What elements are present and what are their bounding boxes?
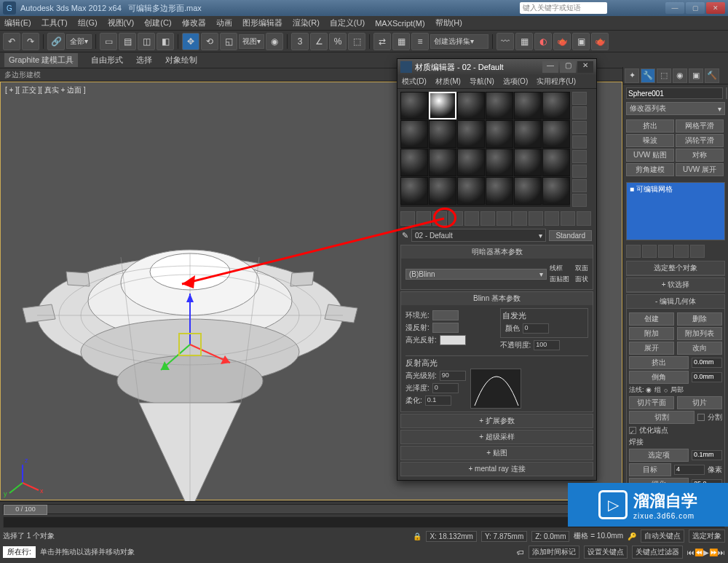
mat-slot[interactable] <box>514 92 542 119</box>
mat-slot[interactable] <box>400 120 428 148</box>
mat-slot[interactable] <box>457 92 485 119</box>
ambient-swatch[interactable] <box>432 310 459 320</box>
mat-slot[interactable] <box>457 149 485 176</box>
align-button[interactable]: ▦ <box>392 33 410 50</box>
keyfilter-button[interactable]: 关键点过滤器 <box>632 546 683 559</box>
mat-slot[interactable] <box>457 177 485 205</box>
put-to-library-button[interactable] <box>496 211 511 226</box>
go-parent-button[interactable] <box>561 211 575 226</box>
x-coord[interactable]: X: 18.132mm <box>426 531 476 542</box>
supersample-rollout[interactable]: + 超级采样 <box>401 430 593 444</box>
display-tab[interactable]: ▣ <box>689 68 703 83</box>
mat-menu-util[interactable]: 实用程序(U) <box>537 76 576 87</box>
menu-edit[interactable]: 编辑(E) <box>4 17 31 28</box>
mat-menu-nav[interactable]: 导航(N) <box>470 76 494 87</box>
mat-slot[interactable] <box>542 149 570 176</box>
spec-level-spinner[interactable]: 90 <box>440 371 466 381</box>
menu-group[interactable]: 组(G) <box>78 17 98 28</box>
sample-type-button[interactable] <box>572 92 587 105</box>
mat-slot[interactable] <box>486 149 513 176</box>
extended-rollout[interactable]: + 扩展参数 <box>401 414 593 428</box>
create-tab[interactable]: ✦ <box>625 68 639 83</box>
z-coord[interactable]: Z: 0.0mm <box>531 531 569 542</box>
graphite-tab-paint[interactable]: 对象绘制 <box>165 55 197 66</box>
assign-to-selection-button[interactable] <box>432 211 447 226</box>
mat-slot[interactable] <box>542 177 570 205</box>
menu-tools[interactable]: 工具(T) <box>41 17 68 28</box>
selection-filter-dropdown[interactable]: 全部 ▾ <box>66 34 92 49</box>
graphite-tab-select[interactable]: 选择 <box>136 55 152 66</box>
menu-graph[interactable]: 图形编辑器 <box>242 17 282 28</box>
setkey-button[interactable]: 设置关键点 <box>584 546 628 559</box>
split-check[interactable] <box>697 414 705 421</box>
utilities-tab[interactable]: 🔨 <box>705 68 719 83</box>
softsel-rollout[interactable]: + 软选择 <box>627 278 724 292</box>
maximize-button[interactable]: ▢ <box>686 2 705 14</box>
menu-help[interactable]: 帮助(H) <box>435 17 462 28</box>
schematic-button[interactable]: ▦ <box>515 33 533 50</box>
reset-map-button[interactable] <box>448 211 463 226</box>
spinner-snap-button[interactable]: ⬚ <box>348 33 365 50</box>
object-color-swatch[interactable] <box>726 87 727 99</box>
material-name-dropdown[interactable]: 02 - Default▾ <box>411 229 546 242</box>
y-coord[interactable]: Y: 7.875mm <box>481 531 527 542</box>
shader-rollout-header[interactable]: 明暗器基本参数 <box>401 245 593 259</box>
center-button[interactable]: ◉ <box>266 33 283 50</box>
mat-menu-material[interactable]: 材质(M) <box>435 76 461 87</box>
bevel-spin[interactable]: 0.0mm <box>692 372 722 382</box>
sample-uv-button[interactable] <box>572 135 587 149</box>
delete-btn[interactable]: 删除 <box>677 312 722 326</box>
ribbon-label[interactable]: 多边形建模 <box>4 70 41 80</box>
opacity-spinner[interactable]: 100 <box>534 340 560 350</box>
mat-slot[interactable] <box>542 92 570 119</box>
viewport-label[interactable]: [ + ][ 正交 ][ 真实 + 边面 ] <box>5 85 86 95</box>
configure-button[interactable] <box>690 245 705 258</box>
mentalray-rollout[interactable]: + mental ray 连接 <box>401 462 593 476</box>
percent-snap-button[interactable]: % <box>329 33 347 50</box>
selset-field[interactable]: 选定对象 <box>689 529 725 543</box>
unique-button[interactable] <box>658 245 673 258</box>
pin-stack-button[interactable] <box>626 245 641 258</box>
graphite-tab-freeform[interactable]: 自由形式 <box>91 55 123 66</box>
time-slider[interactable]: 0 / 100 <box>4 505 47 515</box>
mat-minimize-button[interactable]: — <box>542 61 558 73</box>
attachlist-btn[interactable]: 附加列表 <box>677 327 722 340</box>
extrude-spin[interactable]: 0.0mm <box>692 358 722 368</box>
minimize-button[interactable]: — <box>665 2 684 14</box>
redo-button[interactable]: ↷ <box>22 33 39 50</box>
mat-menu-options[interactable]: 选项(O) <box>503 76 528 87</box>
snap-button[interactable]: 3 <box>291 33 309 50</box>
bevel-btn[interactable]: 倒角 <box>629 371 689 384</box>
soften-spinner[interactable]: 0.1 <box>425 395 451 406</box>
show-end-button[interactable] <box>642 245 657 258</box>
render-frame-button[interactable]: ▣ <box>572 33 590 50</box>
mod-meshsmooth[interactable]: 网格平滑 <box>676 119 724 133</box>
stack-item[interactable]: ■ 可编辑网格 <box>627 183 724 196</box>
autokey-button[interactable]: 自动关键点 <box>641 529 684 543</box>
window-crossing-button[interactable]: ◧ <box>157 33 174 50</box>
mod-noise[interactable]: 噪波 <box>626 134 674 147</box>
weld-spin[interactable]: 0.1mm <box>692 450 722 460</box>
angle-snap-button[interactable]: ∠ <box>310 33 328 50</box>
menu-maxscript[interactable]: MAXScript(M) <box>375 19 424 28</box>
editgeo-rollout[interactable]: - 编辑几何体 <box>627 295 724 309</box>
mat-slot[interactable] <box>514 177 542 205</box>
extrude-btn[interactable]: 挤出 <box>629 356 689 369</box>
show-map-button[interactable] <box>529 211 543 226</box>
options-button[interactable] <box>572 179 587 192</box>
diffuse-swatch[interactable] <box>432 323 459 333</box>
link-button[interactable]: 🔗 <box>47 33 65 50</box>
collapse-btn[interactable]: 改向 <box>677 342 722 355</box>
mat-menu-mode[interactable]: 模式(D) <box>402 76 427 87</box>
expand-btn[interactable]: 展开 <box>629 342 674 355</box>
close-button[interactable]: ✕ <box>706 2 725 14</box>
scale-button[interactable]: ◱ <box>220 33 237 50</box>
hierarchy-tab[interactable]: ⬚ <box>657 68 671 83</box>
make-copy-button[interactable] <box>464 211 479 226</box>
gloss-spinner[interactable]: 0 <box>432 383 459 393</box>
mod-uvwmap[interactable]: UVW 贴图 <box>626 149 674 162</box>
mat-slot[interactable] <box>400 92 428 119</box>
backlight-button[interactable] <box>572 106 587 119</box>
menu-customize[interactable]: 自定义(U) <box>330 17 365 28</box>
make-preview-button[interactable] <box>572 165 587 178</box>
